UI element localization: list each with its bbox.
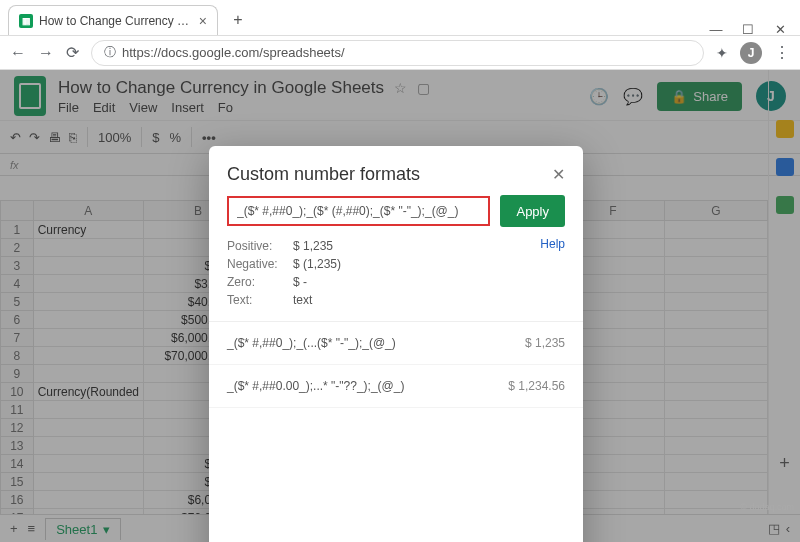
browser-menu-icon[interactable]: ⋮ — [774, 43, 790, 62]
format-sample: $ 1,235 — [525, 336, 565, 350]
close-dialog-icon[interactable]: ✕ — [552, 165, 565, 184]
close-window-icon[interactable]: ✕ — [774, 23, 786, 35]
back-icon[interactable]: ← — [10, 44, 26, 62]
watermark: © dodaq.com — [740, 502, 794, 512]
browser-tab[interactable]: ▦ How to Change Currency in Goo… × — [8, 5, 218, 35]
preview-negative-label: Negative: — [227, 255, 285, 273]
window-controls: — ☐ ✕ — [710, 15, 800, 35]
address-bar: ← → ⟳ ⓘ https://docs.google.com/spreadsh… — [0, 36, 800, 70]
format-list-item[interactable]: _($* #,##0.00_);...* "-"??_);_(@_)$ 1,23… — [209, 365, 583, 408]
sheets-favicon: ▦ — [19, 14, 33, 28]
close-tab-icon[interactable]: × — [199, 13, 207, 29]
dialog-title: Custom number formats — [227, 164, 420, 185]
url-text: https://docs.google.com/spreadsheets/ — [122, 45, 345, 60]
custom-number-formats-dialog: Custom number formats ✕ Apply Help Posit… — [209, 146, 583, 542]
maximize-icon[interactable]: ☐ — [742, 23, 754, 35]
preview-negative-value: $ (1,235) — [293, 255, 341, 273]
url-input[interactable]: ⓘ https://docs.google.com/spreadsheets/ — [91, 40, 704, 66]
preview-positive-label: Positive: — [227, 237, 285, 255]
reload-icon[interactable]: ⟳ — [66, 43, 79, 62]
format-pattern: _($* #,##0.00_);...* "-"??_);_(@_) — [227, 379, 508, 393]
new-tab-button[interactable]: + — [226, 8, 250, 32]
preview-positive-value: $ 1,235 — [293, 237, 333, 255]
profile-avatar[interactable]: J — [740, 42, 762, 64]
preview-zero-label: Zero: — [227, 273, 285, 291]
sheets-app: How to Change Currency in Google Sheets … — [0, 70, 800, 542]
apply-button[interactable]: Apply — [500, 195, 565, 227]
browser-titlebar: ▦ How to Change Currency in Goo… × + — ☐… — [0, 0, 800, 36]
tab-title: How to Change Currency in Goo… — [39, 14, 191, 28]
site-info-icon[interactable]: ⓘ — [104, 44, 116, 61]
format-input[interactable] — [227, 196, 490, 226]
extensions-icon[interactable]: ✦ — [716, 45, 728, 61]
format-list: _($* #,##0_);_(...($* "-"_);_(@_)$ 1,235… — [209, 321, 583, 542]
preview-text-value: text — [293, 291, 312, 309]
format-pattern: _($* #,##0_);_(...($* "-"_);_(@_) — [227, 336, 525, 350]
preview-text-label: Text: — [227, 291, 285, 309]
format-sample: $ 1,234.56 — [508, 379, 565, 393]
help-link[interactable]: Help — [540, 237, 565, 251]
format-list-item[interactable]: _($* #,##0_);_(...($* "-"_);_(@_)$ 1,235 — [209, 322, 583, 365]
minimize-icon[interactable]: — — [710, 23, 722, 35]
preview-zero-value: $ - — [293, 273, 307, 291]
forward-icon[interactable]: → — [38, 44, 54, 62]
